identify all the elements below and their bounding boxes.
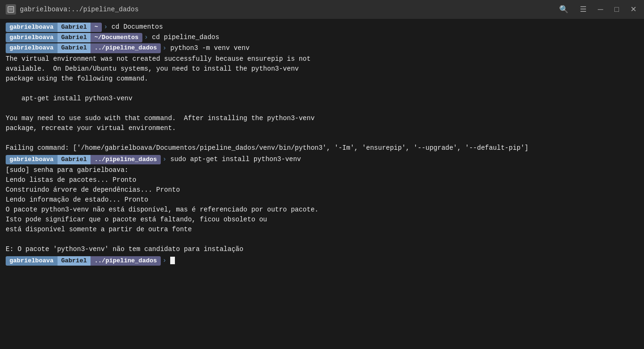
prompt-user-3: gabrielboava (6, 43, 58, 53)
prompt-line-1: gabrielboava Gabriel ~ › cd Documentos (6, 23, 638, 32)
prompt-line-4: gabrielboava Gabriel ../pipeline_dados ›… (6, 155, 638, 164)
terminal-cursor (170, 257, 175, 264)
prompt-host-1: Gabriel (58, 23, 91, 32)
prompt-path-4: ../pipeline_dados (91, 155, 161, 164)
prompt-path-3: ../pipeline_dados (91, 43, 161, 53)
prompt-arrow-5: › (163, 256, 166, 266)
prompt-user-1: gabrielboava (6, 23, 58, 32)
close-button[interactable]: ✕ (628, 4, 638, 15)
titlebar-title: gabrielboava:../pipeline_dados (20, 6, 139, 13)
prompt-host-3: Gabriel (58, 43, 91, 53)
titlebar: gabrielboava:../pipeline_dados 🔍 ☰ ─ □ ✕ (0, 0, 644, 19)
prompt-line-2: gabrielboava Gabriel ~/Documentos › cd p… (6, 33, 638, 42)
prompt-path-1: ~ (91, 23, 102, 32)
maximize-button[interactable]: □ (612, 4, 621, 15)
terminal-output[interactable]: gabrielboava Gabriel ~ › cd Documentos g… (0, 19, 644, 349)
prompt-cmd-3: python3 -m venv venv (170, 44, 249, 53)
minimize-button[interactable]: ─ (596, 4, 605, 15)
prompt-arrow-4: › (163, 155, 166, 164)
prompt-arrow-2: › (144, 33, 148, 42)
prompt-user-5: gabrielboava (6, 256, 58, 266)
titlebar-controls: 🔍 ☰ ─ □ ✕ (557, 4, 638, 15)
prompt-line-5: gabrielboava Gabriel ../pipeline_dados › (6, 256, 638, 266)
prompt-cmd-4: sudo apt-get install python3-venv (170, 155, 301, 164)
prompt-host-4: Gabriel (58, 155, 91, 164)
search-button[interactable]: 🔍 (557, 4, 570, 15)
prompt-line-3: gabrielboava Gabriel ../pipeline_dados ›… (6, 43, 638, 53)
prompt-cmd-5 (170, 256, 175, 266)
prompt-path-5: ../pipeline_dados (91, 256, 161, 266)
terminal-icon (8, 6, 14, 13)
prompt-host-2: Gabriel (58, 33, 91, 42)
prompt-user-4: gabrielboava (6, 155, 58, 164)
prompt-cmd-1: cd Documentos (111, 23, 163, 32)
prompt-path-2: ~/Documentos (91, 33, 142, 42)
prompt-arrow-1: › (104, 23, 107, 32)
output-block-1: The virtual environment was not created … (6, 54, 638, 153)
prompt-user-2: gabrielboava (6, 33, 58, 42)
output-block-2: [sudo] senha para gabrielboava: Lendo li… (6, 165, 638, 254)
app-icon (6, 4, 16, 15)
titlebar-left: gabrielboava:../pipeline_dados (6, 4, 139, 15)
prompt-arrow-3: › (163, 44, 166, 53)
prompt-host-5: Gabriel (58, 256, 91, 266)
prompt-cmd-2: cd pipeline_dados (152, 33, 219, 42)
menu-button[interactable]: ☰ (578, 4, 588, 15)
